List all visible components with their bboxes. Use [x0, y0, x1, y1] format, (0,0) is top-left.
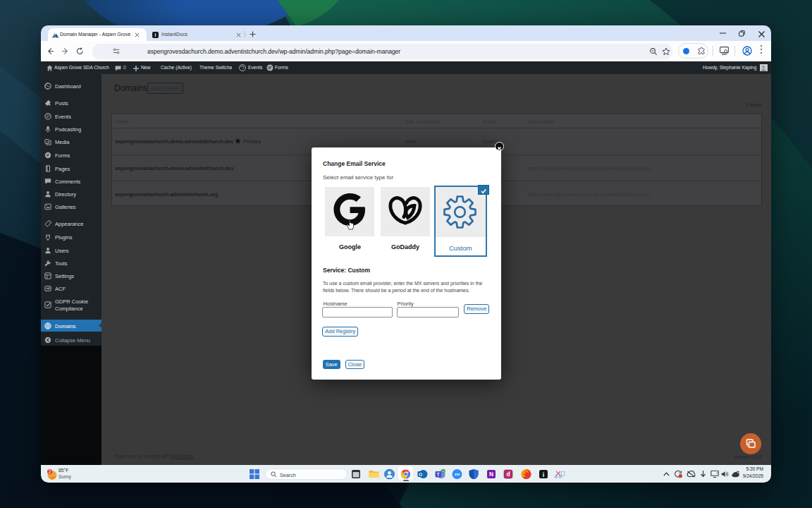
svg-text:i: i: [542, 471, 544, 478]
svg-text:d: d: [506, 471, 510, 478]
svg-text:2: 2: [49, 469, 51, 474]
svg-text:O: O: [419, 471, 422, 476]
svg-text:zm: zm: [455, 472, 460, 476]
svg-text:N: N: [489, 471, 493, 478]
